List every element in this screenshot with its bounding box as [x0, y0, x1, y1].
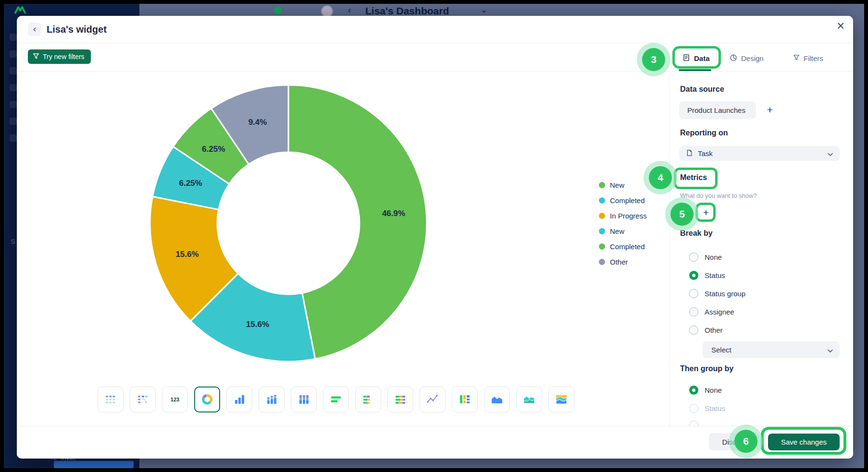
pivot-icon [136, 393, 149, 406]
add-metric-button[interactable]: + [698, 205, 714, 220]
chart-type-pivot-button[interactable] [130, 387, 156, 412]
chart-type-stacked-column-button[interactable] [259, 387, 285, 412]
document-icon [686, 149, 693, 158]
radio-option[interactable]: Status group [689, 284, 745, 303]
try-new-filters-button[interactable]: Try new filters [28, 49, 91, 64]
radio-label: Assignee [705, 308, 734, 316]
line-icon [426, 393, 439, 406]
segment-value-label: 46.9% [382, 209, 405, 218]
radio-option[interactable]: Status [689, 266, 745, 284]
widget-editor-modal: ‹ Lisa's widget × Try new filters Data D… [17, 16, 853, 459]
legend-swatch [599, 182, 605, 188]
break-by-label: Break by [680, 229, 713, 238]
radio-option[interactable]: None [689, 381, 725, 399]
tab-filters[interactable]: Filters [793, 51, 823, 65]
sidebar-icon [10, 101, 17, 108]
board-icon [458, 393, 471, 406]
legend-item: Completed [599, 239, 647, 254]
radio-button[interactable] [689, 404, 698, 413]
annotation-step-5: 5 [670, 203, 694, 226]
panel-divider [670, 72, 670, 426]
sidebar-icon [10, 50, 17, 58]
chart-type-line-button[interactable] [420, 387, 446, 412]
radio-button[interactable] [689, 253, 698, 262]
data-source-chip[interactable]: Product Launches [679, 101, 756, 119]
radio-label: Status [705, 271, 725, 279]
radio-option[interactable]: Assignee [689, 303, 745, 321]
sidebar-icon [10, 134, 17, 142]
chart-type-stacked-area-button[interactable] [516, 387, 542, 412]
radio-option[interactable]: Other [689, 321, 745, 339]
svg-text:123: 123 [171, 397, 179, 402]
legend-label: New [610, 227, 624, 235]
legend-swatch [599, 197, 605, 204]
chart-type-stacked-column-100-button[interactable] [291, 387, 317, 412]
tab-data-label: Data [694, 54, 710, 62]
legend-item: New [599, 177, 647, 193]
stacked-area-icon [522, 393, 536, 406]
sidebar-icon [10, 84, 17, 91]
add-data-source-button[interactable]: + [763, 102, 777, 118]
chevron-down-icon [828, 149, 833, 157]
radio-option[interactable]: None [689, 248, 745, 266]
chart-type-stacked-bar-button[interactable] [355, 387, 381, 412]
legend-label: Completed [610, 242, 645, 251]
segment-value-label: 6.25% [202, 145, 225, 154]
back-chevron-icon: ‹ [348, 5, 351, 15]
number-icon: 123 [168, 393, 182, 406]
chart-legend: NewCompletedIn ProgressNewCompletedOther [599, 177, 647, 269]
segment-value-label: 9.4% [248, 118, 267, 127]
tab-design-label: Design [741, 54, 764, 62]
chart-type-bar-button[interactable] [323, 387, 349, 412]
donut-segment[interactable] [288, 85, 427, 359]
radio-label: None [705, 253, 722, 261]
radio-button[interactable] [689, 386, 698, 395]
radio-button[interactable] [689, 307, 698, 316]
chevron-down-icon [828, 346, 833, 354]
segment-value-label: 15.6% [175, 250, 198, 259]
data-source-label: Data source [680, 85, 724, 94]
chart-type-number-button[interactable]: 123 [162, 387, 188, 412]
radio-label: None [705, 386, 722, 394]
sidebar-progress-bar [54, 461, 134, 468]
legend-label: In Progress [610, 212, 647, 220]
annotation-step-4: 4 [649, 166, 672, 189]
radio-option[interactable]: Status [689, 399, 725, 417]
break-by-other-select[interactable]: Select [703, 341, 840, 358]
radio-label: Status group [705, 290, 745, 298]
segment-value-label: 15.6% [246, 320, 269, 329]
stacked-column-100-icon [297, 393, 310, 406]
chart-type-table-button[interactable] [98, 387, 124, 412]
donut-icon [200, 393, 214, 406]
table-icon [104, 393, 117, 406]
legend-item: Other [599, 254, 647, 269]
then-group-by-label: Then group by [680, 364, 733, 373]
radio-button[interactable] [689, 289, 698, 298]
back-button[interactable]: ‹ [28, 23, 41, 36]
legend-swatch [599, 228, 605, 234]
reporting-on-dropdown[interactable]: Task [679, 146, 840, 161]
chart-type-board-button[interactable] [452, 387, 478, 412]
close-icon[interactable]: × [837, 20, 844, 33]
chart-type-donut-button[interactable] [194, 387, 220, 412]
widget-title: Lisa's widget [47, 24, 107, 35]
reporting-on-label: Reporting on [680, 129, 728, 137]
modal-footer: Discard Save changes [17, 426, 853, 459]
tab-data[interactable]: Data [682, 51, 710, 65]
radio-label: Other [705, 326, 723, 334]
radio-button[interactable] [689, 271, 698, 280]
chart-type-stacked-area-100-button[interactable] [548, 387, 574, 412]
tab-design[interactable]: Design [730, 51, 764, 65]
save-changes-button[interactable]: Save changes [768, 434, 840, 450]
chart-type-stacked-bar-100-button[interactable] [387, 387, 413, 412]
legend-swatch [599, 243, 605, 250]
legend-label: Completed [610, 196, 645, 205]
column-icon [233, 393, 246, 406]
chart-type-area-button[interactable] [484, 387, 510, 412]
stacked-area-100-icon [555, 393, 568, 406]
radio-button[interactable] [689, 326, 698, 335]
stacked-column-icon [265, 393, 278, 406]
reporting-on-value: Task [698, 149, 713, 157]
chart-type-column-button[interactable] [226, 387, 252, 412]
divider [17, 71, 853, 72]
